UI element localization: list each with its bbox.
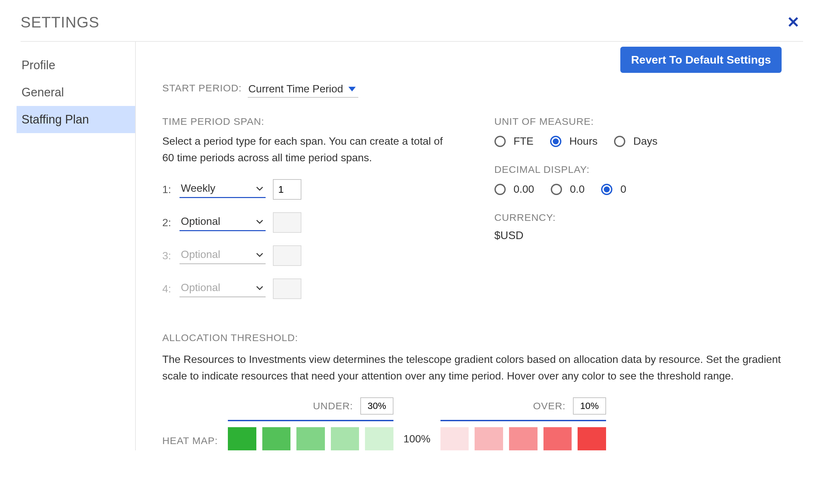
- period-type-select-3: Optional: [179, 247, 266, 264]
- period-count-input-4: [273, 279, 301, 299]
- uom-radio-fte[interactable]: FTE: [494, 135, 533, 147]
- period-count-input-3: [273, 245, 301, 266]
- period-type-select-2[interactable]: Optional: [179, 214, 266, 231]
- heat-swatch-over-2[interactable]: [475, 427, 503, 450]
- period-type-select-4: Optional: [179, 280, 266, 297]
- main-panel: Revert To Default Settings START PERIOD:…: [136, 42, 806, 450]
- radio-label: Days: [633, 135, 657, 147]
- period-type-value: Optional: [181, 248, 220, 261]
- sidebar-item-label: Profile: [21, 58, 55, 72]
- decimal-radio-1dp[interactable]: 0.0: [551, 183, 585, 195]
- allocation-threshold-section: ALLOCATION THRESHOLD: The Resources to I…: [162, 332, 787, 450]
- radio-label: 0.00: [514, 183, 534, 195]
- span-index: 1:: [162, 183, 172, 196]
- span-row-4: 4: Optional: [162, 279, 455, 299]
- decimal-radio-0dp[interactable]: 0: [601, 183, 626, 195]
- svg-marker-0: [348, 87, 356, 92]
- span-index: 4:: [162, 283, 172, 295]
- heat-swatch-under-3[interactable]: [296, 427, 325, 450]
- heat-swatch-under-5[interactable]: [365, 427, 393, 450]
- caret-down-icon: [348, 87, 356, 92]
- radio-label: 0.0: [570, 183, 585, 195]
- period-count-input-2[interactable]: [273, 212, 301, 233]
- uom-radio-days[interactable]: Days: [614, 135, 657, 147]
- heat-swatch-over-3[interactable]: [509, 427, 537, 450]
- span-row-2: 2: Optional: [162, 212, 455, 233]
- over-label: OVER:: [533, 400, 565, 411]
- time-period-span-section: TIME PERIOD SPAN: Select a period type f…: [162, 116, 455, 299]
- close-icon[interactable]: ✕: [787, 13, 803, 31]
- center-threshold-value: 100%: [403, 433, 431, 445]
- radio-icon: [551, 184, 562, 195]
- radio-label: 0: [620, 183, 626, 195]
- uom-radio-hours[interactable]: Hours: [550, 135, 598, 147]
- chevron-down-icon: [256, 186, 264, 191]
- radio-icon: [494, 136, 506, 147]
- span-index: 3:: [162, 250, 172, 262]
- radio-label: Hours: [569, 135, 598, 147]
- allocation-threshold-help: The Resources to Investments view determ…: [162, 351, 787, 384]
- sidebar-item-profile[interactable]: Profile: [17, 52, 135, 79]
- right-column: UNIT OF MEASURE: FTE Hours Days: [494, 116, 787, 299]
- decimal-display-group: 0.00 0.0 0: [494, 183, 787, 195]
- radio-icon: [550, 136, 561, 147]
- heat-swatch-over-1[interactable]: [441, 427, 469, 450]
- span-row-3: 3: Optional: [162, 245, 455, 266]
- radio-icon: [614, 136, 625, 147]
- span-index: 2:: [162, 216, 172, 229]
- over-swatches: [441, 427, 606, 450]
- allocation-threshold-label: ALLOCATION THRESHOLD:: [162, 332, 787, 343]
- radio-icon: [494, 184, 506, 195]
- sidebar: Profile General Staffing Plan: [17, 42, 136, 450]
- heat-swatch-under-2[interactable]: [262, 427, 291, 450]
- under-label: UNDER:: [313, 400, 353, 411]
- heat-swatch-under-4[interactable]: [331, 427, 359, 450]
- period-type-select-1[interactable]: Weekly: [179, 181, 266, 198]
- currency-value: $USD: [494, 229, 787, 242]
- heat-swatch-over-5[interactable]: [578, 427, 606, 450]
- sidebar-item-general[interactable]: General: [17, 79, 135, 106]
- span-row-1: 1: Weekly: [162, 179, 455, 200]
- heat-swatch-under-1[interactable]: [228, 427, 256, 450]
- heat-swatch-over-4[interactable]: [543, 427, 572, 450]
- period-type-value: Optional: [181, 215, 220, 227]
- under-threshold-input[interactable]: [360, 397, 393, 414]
- decimal-display-label: DECIMAL DISPLAY:: [494, 164, 787, 175]
- sidebar-item-label: Staffing Plan: [21, 113, 89, 126]
- under-swatches: [228, 427, 393, 450]
- period-type-value: Weekly: [181, 182, 215, 194]
- under-threshold-column: UNDER:: [228, 397, 393, 450]
- sidebar-item-label: General: [21, 86, 64, 99]
- chevron-down-icon: [256, 285, 264, 291]
- unit-of-measure-group: FTE Hours Days: [494, 135, 787, 147]
- revert-default-button[interactable]: Revert To Default Settings: [620, 47, 782, 73]
- sidebar-item-staffing-plan[interactable]: Staffing Plan: [17, 106, 135, 133]
- currency-label: CURRENCY:: [494, 212, 787, 223]
- over-threshold-input[interactable]: [573, 397, 606, 414]
- page-title: SETTINGS: [20, 13, 99, 31]
- time-period-span-help: Select a period type for each span. You …: [162, 133, 455, 166]
- radio-label: FTE: [514, 135, 533, 147]
- start-period-label: START PERIOD:: [162, 82, 242, 94]
- decimal-radio-2dp[interactable]: 0.00: [494, 183, 534, 195]
- chevron-down-icon: [256, 252, 264, 257]
- start-period-value: Current Time Period: [249, 83, 343, 95]
- chevron-down-icon: [256, 219, 264, 224]
- time-period-span-label: TIME PERIOD SPAN:: [162, 116, 455, 127]
- period-type-value: Optional: [181, 282, 220, 294]
- radio-icon: [601, 184, 612, 195]
- heat-map-label: HEAT MAP:: [162, 435, 218, 446]
- over-threshold-column: OVER:: [441, 397, 606, 450]
- period-count-input-1[interactable]: [273, 179, 301, 200]
- unit-of-measure-label: UNIT OF MEASURE:: [494, 116, 787, 127]
- header: SETTINGS ✕: [20, 13, 803, 42]
- start-period-select[interactable]: Current Time Period: [248, 81, 358, 98]
